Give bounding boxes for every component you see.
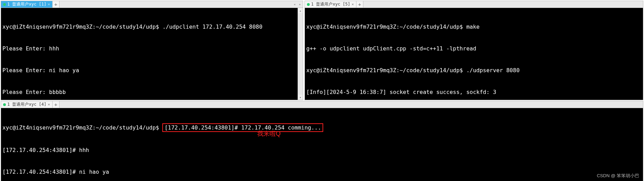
terminal-server[interactable]: xyc@iZt4niqsenv9fm721r9mq3Z:~/code/study…: [305, 8, 643, 100]
tab-receiver[interactable]: 1 普通用户xyc [4] ×: [1, 101, 53, 108]
tabbar-client: 1 普通用户xyc [1] × + ◂ ▸: [1, 1, 303, 8]
highlight-box: [172.17.40.254:43801]# 172.17.40.254 com…: [162, 123, 323, 132]
new-tab-button[interactable]: +: [53, 101, 60, 108]
terminal-line: [172.17.40.254:43801]# ni hao ya: [2, 168, 643, 175]
tabbar-server: 1 普通用户xyc [5] × +: [305, 1, 643, 8]
terminal-client[interactable]: xyc@iZt4niqsenv9fm721r9mq3Z:~/code/study…: [1, 8, 303, 100]
tabbar-spacer: [363, 1, 643, 8]
close-icon[interactable]: ×: [48, 2, 50, 7]
tab-server[interactable]: 1 普通用户xyc [5] ×: [305, 1, 356, 8]
terminal-line: Please Enter: ni hao ya: [2, 67, 303, 74]
tab-label: 1 普通用户xyc [1]: [7, 1, 46, 7]
close-icon[interactable]: ×: [48, 102, 50, 107]
command-text: make: [466, 23, 480, 30]
prompt: xyc@iZt4niqsenv9fm721r9mq3Z:~/code/study…: [2, 124, 159, 131]
watermark: CSDN @ 笨笨胡小巴: [597, 173, 639, 179]
tab-label: 1 普通用户xyc [4]: [7, 102, 46, 107]
tab-client[interactable]: 1 普通用户xyc [1] ×: [1, 1, 53, 8]
terminal-line: g++ -o udpclient udpClient.cpp -std=c++1…: [306, 45, 642, 52]
terminal-line: xyc@iZt4niqsenv9fm721r9mq3Z:~/code/study…: [2, 123, 643, 132]
pane-receiver: 1 普通用户xyc [4] × + xyc@iZt4niqsenv9fm721r…: [1, 101, 643, 181]
status-dot-icon: [3, 3, 6, 6]
new-tab-button[interactable]: +: [356, 1, 363, 8]
command-text: ./udpserver 8080: [466, 67, 519, 74]
prompt: xyc@iZt4niqsenv9fm721r9mq3Z:~/code/study…: [2, 23, 159, 30]
prompt: xyc@iZt4niqsenv9fm721r9mq3Z:~/code/study…: [306, 67, 463, 74]
terminal-line: [Info][2024-5-9 16:38:7] socket create s…: [306, 88, 642, 96]
terminal-line: xyc@iZt4niqsenv9fm721r9mq3Z:~/code/study…: [2, 23, 303, 30]
terminal-line: Please Enter: bbbbb: [2, 88, 303, 96]
annotation-text: 我来啦Q: [257, 130, 281, 137]
terminal-line: xyc@iZt4niqsenv9fm721r9mq3Z:~/code/study…: [306, 23, 642, 30]
pane-server: 1 普通用户xyc [5] × + xyc@iZt4niqsenv9fm721r…: [305, 1, 643, 100]
tabbar-spacer: [60, 101, 643, 108]
terminal-receiver[interactable]: xyc@iZt4niqsenv9fm721r9mq3Z:~/code/study…: [1, 108, 643, 181]
new-tab-button[interactable]: +: [53, 1, 60, 8]
terminal-line: Please Enter: hhh: [2, 45, 303, 52]
terminal-line: [172.17.40.254:43801]# hhh: [2, 146, 643, 154]
tab-scroll-left-icon[interactable]: ◂: [292, 1, 297, 8]
prompt: xyc@iZt4niqsenv9fm721r9mq3Z:~/code/study…: [306, 23, 463, 30]
scroll-up-icon[interactable]: ▴: [298, 8, 303, 13]
scroll-down-icon[interactable]: ▾: [298, 95, 303, 100]
tab-label: 1 普通用户xyc [5]: [311, 1, 350, 7]
terminal-line: xyc@iZt4niqsenv9fm721r9mq3Z:~/code/study…: [306, 67, 642, 74]
status-dot-icon: [3, 103, 6, 106]
close-icon[interactable]: ×: [352, 2, 354, 7]
tabbar-receiver: 1 普通用户xyc [4] × +: [1, 101, 643, 108]
tabbar-spacer: [60, 1, 292, 8]
scrollbar[interactable]: ▴ ▾: [298, 8, 303, 100]
status-dot-icon: [307, 3, 310, 6]
tab-scroll-right-icon[interactable]: ▸: [297, 1, 303, 8]
pane-client: 1 普通用户xyc [1] × + ◂ ▸ xyc@iZt4niqsenv9fm…: [1, 1, 303, 100]
command-text: ./udpclient 172.17.40.254 8080: [162, 23, 262, 30]
